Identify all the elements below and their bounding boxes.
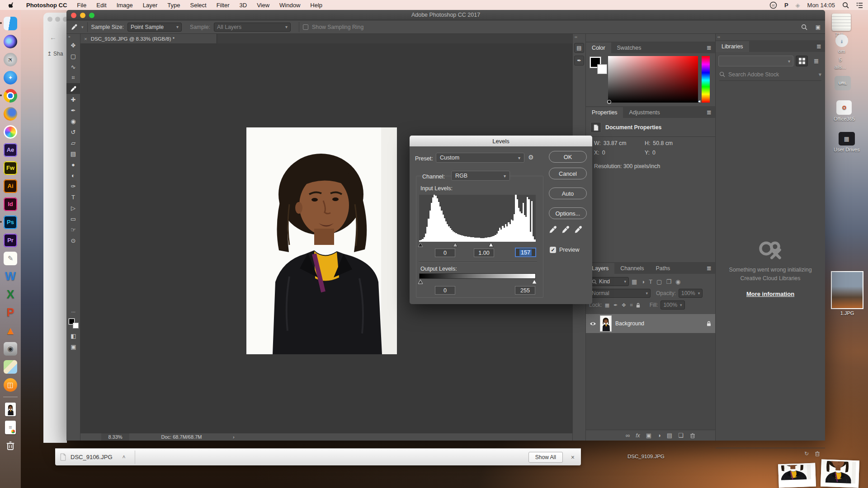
opacity-field[interactable]: 100% ▾ (679, 289, 703, 298)
layer-style-icon[interactable]: fx (636, 432, 640, 439)
close-button[interactable] (71, 13, 76, 18)
dock-item-doc-web[interactable]: ≣ (4, 420, 18, 434)
desktop-icon-photo-1[interactable]: 1.JPG (831, 271, 863, 316)
dock-item-chrome[interactable] (4, 89, 18, 103)
preset-options-gear-icon[interactable]: ⚙ (528, 154, 534, 161)
dock-item-firefox[interactable] (4, 107, 18, 121)
checkbox-checked-icon[interactable]: ✓ (550, 247, 556, 253)
maximize-button[interactable] (89, 13, 94, 18)
tool-history-brush[interactable]: ↺ (66, 127, 80, 137)
menu-help[interactable]: Help (305, 2, 327, 9)
p-menu-icon[interactable]: P (784, 2, 788, 9)
tool-pen[interactable]: ✑ (66, 181, 80, 192)
dock-item-word[interactable]: W (4, 269, 18, 283)
list-view-button[interactable]: ≣ (810, 56, 822, 66)
preview-checkbox[interactable]: ✓ Preview (550, 247, 579, 253)
tool-shape[interactable]: ▭ (66, 213, 80, 224)
gray-point-eyedropper-icon[interactable] (561, 225, 570, 234)
dock-item-photoshop[interactable]: Ps (4, 215, 18, 229)
dock-item-illustrator[interactable]: Ai (4, 179, 18, 193)
menu-type[interactable]: Type (162, 2, 185, 9)
options-button[interactable]: Options... (549, 207, 587, 219)
desktop-icon-doc-5[interactable]: 5 (839, 57, 842, 62)
workspace-selector-icon[interactable]: ▣ (816, 24, 821, 30)
tool-preset-chevron[interactable]: ▾ (81, 25, 84, 29)
menu-select[interactable]: Select (185, 2, 211, 9)
color-field[interactable] (608, 56, 698, 103)
zoom-level-field[interactable]: 8.33% (101, 433, 129, 441)
desktop-file-label[interactable]: DSC_9109.JPG (627, 454, 665, 459)
desktop-icon-mails[interactable]: ails... (835, 64, 846, 70)
lock-transparency-icon[interactable]: ▦ (605, 302, 609, 308)
library-select[interactable]: ▾ (718, 56, 793, 66)
close-tab-icon[interactable]: × (84, 36, 87, 42)
dock-item-ibooks[interactable]: ◫ (4, 378, 18, 392)
browser-close-button[interactable] (47, 17, 52, 22)
dialog-title-bar[interactable]: Levels (410, 136, 592, 146)
more-information-link[interactable]: More information (746, 290, 794, 299)
browser-share-button[interactable]: ↥ Sha (47, 51, 63, 57)
lock-all-icon[interactable] (636, 302, 641, 308)
blend-mode-select[interactable]: Normal ▾ (589, 289, 651, 298)
tool-lasso[interactable]: ∿ (66, 61, 80, 72)
auto-button[interactable]: Auto (549, 188, 587, 199)
input-sliders-track[interactable] (419, 242, 536, 248)
tools-panel-collapse[interactable]: » (66, 34, 80, 40)
input-gamma-field[interactable]: 1.00 (474, 249, 494, 257)
notification-center-icon[interactable] (856, 2, 863, 8)
link-layers-icon[interactable]: ∞ (626, 432, 630, 439)
new-layer-icon[interactable]: ❏ (678, 432, 684, 439)
dock-item-textedit[interactable]: ✎ (4, 251, 18, 265)
menu-layer[interactable]: Layer (138, 2, 163, 9)
grid-view-button[interactable] (796, 56, 808, 66)
menu-filter[interactable]: Filter (212, 2, 235, 9)
dock-item-fireworks[interactable]: Fw (4, 161, 18, 175)
screen-mode-icon[interactable]: ▣ (71, 343, 76, 350)
browser-minimize-button[interactable] (55, 17, 60, 22)
tool-dodge[interactable]: ◐ (66, 170, 80, 181)
desktop-icon-shortcut-om[interactable]: ↓om (835, 34, 848, 54)
filter-type-icon[interactable]: T (649, 278, 652, 285)
sample-layers-select[interactable]: All Layers ▾ (214, 23, 291, 32)
black-point-eyedropper-icon[interactable] (549, 225, 557, 234)
tool-blur[interactable]: ● (66, 159, 80, 170)
panel-menu-icon[interactable]: ≣ (707, 44, 712, 51)
minimize-button[interactable] (80, 13, 85, 18)
tool-path-select[interactable]: ▷ (66, 202, 80, 213)
dock-item-maps[interactable] (4, 360, 18, 374)
input-white-field[interactable]: 157 (515, 248, 536, 257)
desktop-photo-thumbnail[interactable] (778, 463, 816, 488)
tool-type[interactable]: T (66, 192, 80, 202)
menu-image[interactable]: Image (112, 2, 138, 9)
tab-color[interactable]: Color (586, 42, 611, 53)
dock-item-image-capture[interactable]: ◉ (4, 342, 18, 356)
input-black-field[interactable]: 0 (435, 249, 455, 257)
lock-pixels-icon[interactable]: ✒ (613, 302, 618, 308)
layer-group-icon[interactable]: ▤ (667, 432, 672, 439)
output-white-field[interactable]: 255 (515, 286, 535, 295)
dock-item-indesign[interactable]: Id (4, 197, 18, 211)
tab-swatches[interactable]: Swatches (611, 42, 647, 53)
layer-thumbnail[interactable] (600, 315, 612, 332)
downloaded-file-button[interactable]: DSC_9106.JPG (71, 454, 113, 460)
filter-smart-object-icon[interactable]: ❐ (666, 278, 671, 285)
browser-back-icon[interactable]: ← (50, 33, 57, 41)
eyedropper-tool-icon[interactable] (71, 23, 78, 30)
output-sliders-track[interactable] (419, 279, 536, 285)
preset-select[interactable]: Custom ▾ (436, 153, 524, 163)
hue-slider[interactable]: ◂ (702, 56, 710, 103)
tool-gradient[interactable]: ▤ (66, 148, 80, 159)
filter-pin-icon[interactable]: ◉ (675, 278, 680, 285)
trash-icon[interactable] (814, 450, 821, 457)
dock-item-excel[interactable]: X (4, 287, 18, 301)
cancel-button[interactable]: Cancel (549, 168, 587, 179)
layer-row-background[interactable]: Background (586, 314, 715, 333)
sample-size-select[interactable]: Point Sample ▾ (127, 23, 182, 32)
white-point-eyedropper-icon[interactable] (574, 225, 583, 234)
dock-item-trash[interactable] (4, 438, 18, 452)
output-white-slider[interactable] (532, 279, 537, 284)
tool-move[interactable]: ✥ (66, 40, 80, 51)
dock-item-vlc[interactable]: ▲ (4, 324, 18, 338)
output-black-field[interactable]: 0 (435, 286, 455, 295)
dock-item-finder[interactable] (4, 16, 18, 30)
